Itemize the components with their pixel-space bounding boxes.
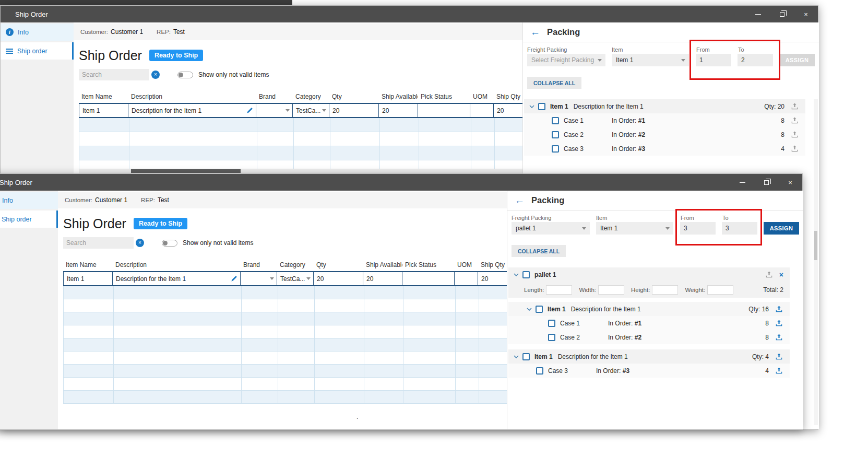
- dropdown-caret-icon[interactable]: [270, 277, 274, 280]
- sidebar-item-ship-order[interactable]: Ship order: [1, 42, 74, 60]
- clear-search-button[interactable]: ×: [136, 239, 144, 247]
- upload-icon[interactable]: [774, 305, 783, 313]
- vertical-scrollbar[interactable]: [814, 99, 818, 425]
- packing-case-row[interactable]: Case 1 In Order: #1 8: [524, 113, 805, 127]
- checkbox[interactable]: [552, 117, 559, 124]
- upload-icon[interactable]: [774, 367, 783, 375]
- cell-category[interactable]: TestCa...: [277, 272, 314, 285]
- show-not-valid-toggle[interactable]: [177, 72, 193, 78]
- edit-description-icon[interactable]: [246, 107, 253, 114]
- horizontal-scrollbar[interactable]: [79, 169, 525, 173]
- sidebar-item-info[interactable]: i Info: [1, 24, 74, 41]
- checkbox[interactable]: [552, 145, 559, 153]
- scrollbar-thumb[interactable]: [814, 231, 817, 260]
- checkbox[interactable]: [522, 353, 530, 360]
- cell-description[interactable]: Description for the Item 1: [113, 272, 241, 285]
- restore-button[interactable]: [770, 6, 794, 22]
- table-row[interactable]: Item 1 Description for the Item 1 TestCa…: [63, 272, 509, 286]
- remove-pallet-button[interactable]: ×: [779, 271, 783, 278]
- packing-item-group-row[interactable]: Item 1 Description for the Item 1 Qty: 2…: [524, 99, 805, 113]
- packing-case-row[interactable]: Case 2 In Order: #2 8: [508, 330, 790, 344]
- checkbox[interactable]: [522, 271, 530, 278]
- cell-pick-status[interactable]: [418, 104, 470, 117]
- chevron-down-icon[interactable]: [513, 273, 520, 276]
- collapse-all-button[interactable]: COLLAPSE ALL: [527, 77, 581, 89]
- height-input[interactable]: [652, 285, 678, 295]
- cell-category[interactable]: TestCa...: [293, 104, 329, 117]
- upload-icon[interactable]: [790, 145, 799, 153]
- width-input[interactable]: [598, 285, 624, 295]
- packing-case-row[interactable]: Case 3 In Order: #3 4: [524, 142, 805, 156]
- table-row[interactable]: Item 1 Description for the Item 1 TestCa…: [79, 104, 525, 118]
- upload-icon[interactable]: [790, 116, 799, 124]
- packing-item-group-row[interactable]: Item 1 Description for the Item 1 Qty: 1…: [508, 302, 790, 316]
- cell-uom[interactable]: [470, 104, 494, 117]
- cell-ship-qty[interactable]: 20: [494, 104, 525, 117]
- collapse-all-button[interactable]: COLLAPSE ALL: [512, 245, 566, 257]
- cell-qty[interactable]: 20: [314, 272, 363, 285]
- checkbox[interactable]: [536, 306, 543, 313]
- packing-case-row[interactable]: Case 3 In Order: #3 4: [508, 364, 790, 378]
- sidebar-item-info[interactable]: i Info: [0, 192, 58, 209]
- back-button[interactable]: ←: [530, 27, 540, 37]
- checkbox[interactable]: [548, 334, 555, 341]
- cell-uom[interactable]: [455, 272, 478, 285]
- weight-input[interactable]: [707, 285, 733, 295]
- assign-button[interactable]: ASSIGN: [764, 222, 799, 235]
- cell-ship-available[interactable]: 20: [363, 272, 402, 285]
- empty-table-row: [63, 312, 509, 325]
- checkbox[interactable]: [552, 131, 559, 138]
- pallet-row[interactable]: pallet 1 ×: [508, 267, 790, 282]
- back-button[interactable]: ←: [515, 195, 525, 205]
- to-input[interactable]: [738, 54, 773, 66]
- chevron-down-icon[interactable]: [528, 105, 536, 108]
- edit-description-icon[interactable]: [231, 275, 237, 282]
- cell-item-name[interactable]: Item 1: [63, 272, 113, 285]
- dropdown-caret-icon[interactable]: [306, 277, 311, 280]
- dropdown-caret-icon[interactable]: [322, 109, 326, 112]
- minimize-button[interactable]: [730, 174, 754, 191]
- minimize-button[interactable]: [746, 6, 770, 22]
- show-not-valid-toggle[interactable]: [162, 240, 177, 247]
- cell-ship-available[interactable]: 20: [379, 104, 418, 117]
- search-input[interactable]: [79, 69, 149, 80]
- dropdown-caret-icon[interactable]: [286, 109, 290, 112]
- cell-ship-qty[interactable]: 20: [478, 272, 509, 285]
- assign-button[interactable]: ASSIGN: [779, 54, 815, 66]
- upload-icon[interactable]: [790, 131, 799, 138]
- packing-item-group-row[interactable]: Item 1 Description for the Item 1 Qty: 4: [508, 349, 790, 364]
- checkbox[interactable]: [548, 320, 555, 327]
- upload-icon[interactable]: [765, 271, 774, 278]
- cell-qty[interactable]: 20: [329, 104, 379, 117]
- item-select[interactable]: Item 1: [612, 54, 689, 66]
- upload-icon[interactable]: [790, 102, 799, 110]
- freight-packing-select[interactable]: Select Freight Packing: [527, 54, 605, 66]
- sidebar-item-ship-order[interactable]: Ship order: [0, 211, 58, 228]
- to-input[interactable]: [722, 222, 757, 235]
- packing-case-row[interactable]: Case 2 In Order: #2 8: [524, 127, 805, 142]
- item-select[interactable]: Item 1: [596, 222, 673, 235]
- packing-case-row[interactable]: Case 1 In Order: #1 8: [508, 316, 790, 330]
- checkbox[interactable]: [536, 367, 543, 375]
- cell-brand[interactable]: [256, 104, 293, 117]
- freight-packing-select[interactable]: pallet 1: [512, 222, 590, 235]
- cell-item-name[interactable]: Item 1: [79, 104, 128, 117]
- cell-description[interactable]: Description for the Item 1: [128, 104, 256, 117]
- restore-button[interactable]: [754, 174, 778, 191]
- from-input[interactable]: [696, 54, 731, 66]
- upload-icon[interactable]: [774, 353, 783, 360]
- clear-search-button[interactable]: ×: [151, 71, 160, 79]
- close-button[interactable]: ×: [778, 174, 802, 191]
- chevron-down-icon[interactable]: [526, 308, 533, 311]
- upload-icon[interactable]: [774, 333, 783, 341]
- search-input[interactable]: [63, 237, 134, 249]
- from-input[interactable]: [680, 222, 716, 235]
- cell-pick-status[interactable]: [402, 272, 455, 285]
- scrollbar-thumb[interactable]: [131, 169, 241, 173]
- upload-icon[interactable]: [774, 319, 783, 327]
- close-button[interactable]: ×: [794, 6, 818, 22]
- length-input[interactable]: [546, 285, 572, 295]
- chevron-down-icon[interactable]: [513, 355, 520, 358]
- cell-brand[interactable]: [241, 272, 277, 285]
- checkbox[interactable]: [538, 103, 545, 110]
